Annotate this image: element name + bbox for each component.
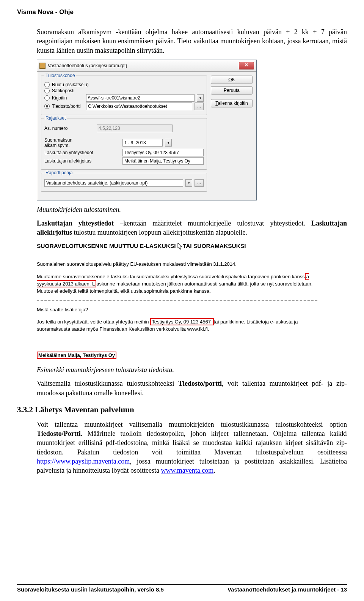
ok-button[interactable]: OK	[211, 76, 253, 84]
radio-kirjoitin[interactable]	[44, 95, 50, 101]
page-footer: Suoraveloituksesta uusiin laskutustapoih…	[17, 584, 347, 593]
label-allekirjoitus: Laskuttajan allekirjoitus	[44, 158, 94, 164]
label-yhteystiedot: Laskuttajan yhteystiedot	[44, 150, 94, 155]
radio-label: Tiedosto/portti	[52, 104, 84, 109]
snippet-p1: Suomalainen suoraveloituspalvelu päättyy…	[37, 261, 317, 268]
footer-right: Vastaanottoehdotukset ja muuntokirjeet -…	[228, 586, 347, 593]
footer-left: Suoraveloituksesta uusiin laskutustapoih…	[17, 586, 164, 593]
yhteystiedot-input[interactable]: Testiyritys Oy, 09 123 4567	[122, 149, 204, 156]
browse-button[interactable]: ...	[195, 103, 204, 110]
radio-tiedosto[interactable]	[44, 104, 50, 109]
snippet-question: Mistä saatte lisätietoja?	[37, 306, 317, 314]
printer-select[interactable]: \\vswf-sr-tre001\vismatre2	[86, 94, 195, 102]
radio-sahkoposti[interactable]	[44, 88, 50, 93]
group-raporttipohja: Raporttipohja Vastaanottoehdotus saateki…	[41, 173, 207, 192]
snippet-p3: Jos teillä on kysyttävää, voitte ottaa y…	[37, 319, 317, 333]
snippet-heading: SUORAVELOITUKSENNE MUUTTUU E-LASKUKSI TA…	[37, 242, 317, 252]
caption-2: Esimerkki muuntokirjeeseen tulostuvista …	[37, 365, 347, 374]
group-rajaukset: Rajaukset As. numero 4,5,22,123 Suoramak…	[41, 118, 207, 170]
section-heading: 3.3.2 Lähetys Maventan palveluun	[17, 405, 347, 415]
label-suoramaksu: Suoramaksun alkamispvm.	[44, 137, 94, 148]
save-printer-button[interactable]: Tallenna kirjoitin	[211, 99, 253, 107]
group-title: Raporttipohja	[44, 170, 74, 175]
date-dropdown-icon[interactable]: ▾	[165, 139, 172, 147]
link-payslip[interactable]: https://www.payslip.maventa.com	[37, 457, 130, 465]
group-title: Rajaukset	[44, 115, 67, 121]
snippet-p2: Muutamme suoraveloituksenne e-laskuksi t…	[37, 273, 317, 295]
label-as-numero: As. numero	[44, 126, 94, 131]
dialog-title: Vastaanottoehdotus (askirjesuoram.rpt)	[48, 63, 127, 68]
close-button[interactable]: ✕	[239, 62, 254, 69]
caption-1: Muuntokirjeiden tulostaminen.	[37, 205, 347, 214]
highlight-box: Testiyritys Oy, 09 123 4567	[150, 318, 213, 325]
group-title: Tulostuskohde	[44, 73, 76, 78]
intro-paragraph: Suoramaksun alkamispvm -kenttään ohjelma…	[37, 27, 347, 55]
filepath-input[interactable]: C:\Verkkolaskut\Vastaanottoehdotukset	[86, 103, 192, 110]
paragraph-2: Laskuttajan yhteystiedot –kenttään määri…	[37, 219, 347, 237]
date-input[interactable]: 1 . 9 .2013	[122, 139, 163, 147]
radio-label: Sähköposti	[52, 88, 74, 93]
print-dialog: Vastaanottoehdotus (askirjesuoram.rpt) ✕…	[37, 60, 257, 200]
radio-label: Ruutu (esikatselu)	[52, 82, 89, 87]
cancel-button[interactable]: Peruuta	[211, 86, 253, 95]
highlight-box: Meikäläinen Maija, Testiyritys Oy	[37, 352, 116, 359]
letter-snippet: SUORAVELOITUKSENNE MUUTTUU E-LASKUKSI TA…	[37, 242, 317, 359]
dropdown-arrow-icon[interactable]: ▾	[185, 179, 192, 187]
radio-label: Kirjoitin	[52, 95, 84, 101]
page-header: Visma Nova - Ohje	[17, 0, 347, 16]
report-template-select[interactable]: Vastaanottoehdotus saatekirje. (askirjes…	[44, 179, 183, 187]
browse-button[interactable]: ...	[195, 179, 204, 187]
group-tulostuskohde: Tulostuskohde Ruutu (esikatselu) Sähköpo…	[41, 76, 207, 115]
dialog-titlebar: Vastaanottoehdotus (askirjesuoram.rpt) ✕	[37, 60, 256, 72]
dropdown-arrow-icon[interactable]: ▾	[197, 94, 204, 102]
app-icon	[39, 63, 46, 69]
paragraph-4: Voit tallentaa muuntokirjeet valitsemall…	[37, 420, 347, 475]
dashed-separator	[37, 300, 317, 301]
allekirjoitus-input[interactable]: Meikäläinen Maija, Testiyritys Oy	[122, 157, 204, 165]
paragraph-3: Valitsemalla tulostusikkunassa tulostusk…	[37, 379, 347, 398]
link-maventa[interactable]: www.maventa.com	[161, 467, 213, 474]
radio-ruutu[interactable]	[44, 82, 50, 87]
as-numero-input[interactable]: 4,5,22,123	[97, 125, 173, 132]
